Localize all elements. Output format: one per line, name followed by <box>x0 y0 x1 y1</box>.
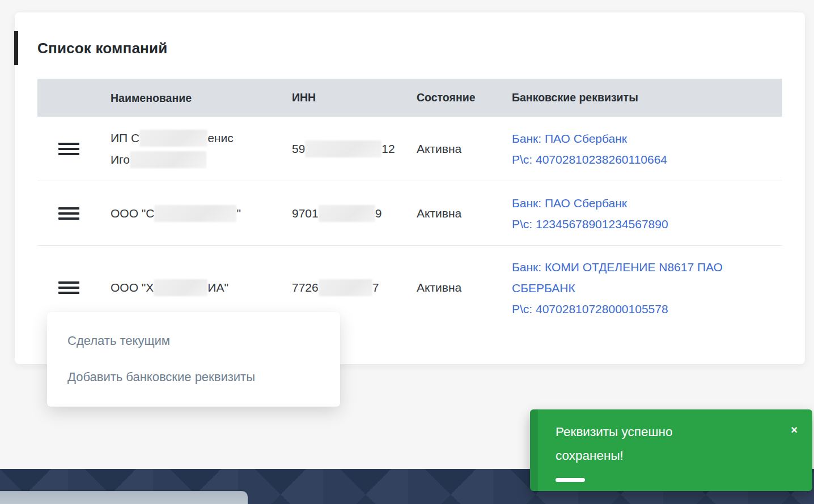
toast-message: Реквизиты успешно сохранены! <box>556 420 743 468</box>
redacted-text <box>305 140 381 157</box>
redacted-text <box>319 205 375 222</box>
company-bank-details[interactable]: Банк: ПАО Сбербанк Р\с: 4070281023826011… <box>512 128 782 170</box>
bottom-card-edge <box>0 491 248 504</box>
table-header-bank: Банковские реквизиты <box>512 91 782 104</box>
success-toast: Реквизиты успешно сохранены! × <box>530 409 812 491</box>
menu-item-add-bank-details[interactable]: Добавить банковские реквизиты <box>47 359 340 395</box>
redacted-text <box>154 205 236 222</box>
row-menu-icon[interactable] <box>58 207 79 220</box>
company-bank-details[interactable]: Банк: КОМИ ОТДЕЛЕНИЕ N8617 ПАО СБЕРБАНК … <box>512 257 782 319</box>
redacted-text <box>154 279 207 296</box>
companies-table: Наименование ИНН Состояние Банковские ре… <box>37 79 782 330</box>
table-header-inn: ИНН <box>292 91 417 104</box>
redacted-text <box>130 151 206 168</box>
company-status: Активна <box>417 281 512 294</box>
row-menu-icon[interactable] <box>58 143 79 155</box>
company-name: ИП Сенис Иго <box>111 127 292 170</box>
row-context-menu: Сделать текущим Добавить банковские рекв… <box>47 312 340 407</box>
company-inn: 97019 <box>292 205 417 222</box>
company-bank-details[interactable]: Банк: ПАО Сбербанк Р\с: 1234567890123456… <box>512 193 782 234</box>
redacted-text <box>139 130 207 147</box>
table-header-status: Состояние <box>417 91 512 104</box>
table-row: ИП Сенис Иго 5912 Активна Банк: ПАО Сбер… <box>37 117 782 181</box>
menu-item-make-current[interactable]: Сделать текущим <box>47 323 340 359</box>
toast-progress-bar <box>556 478 585 482</box>
companies-card: Список компаний Наименование ИНН Состоян… <box>15 12 805 364</box>
title-accent-bar <box>14 31 18 65</box>
company-name: ООО "ХИА" <box>111 277 292 298</box>
redacted-text <box>319 279 372 296</box>
page-title: Список компаний <box>37 40 167 57</box>
table-row: ООО "С" 97019 Активна Банк: ПАО Сбербанк… <box>37 181 782 246</box>
company-status: Активна <box>417 207 512 220</box>
close-icon[interactable]: × <box>791 424 798 435</box>
company-inn: 77267 <box>292 279 417 296</box>
company-inn: 5912 <box>292 140 417 157</box>
table-header-name: Наименование <box>111 87 292 109</box>
company-status: Активна <box>417 142 512 156</box>
table-header-row: Наименование ИНН Состояние Банковские ре… <box>37 79 782 117</box>
company-name: ООО "С" <box>111 203 292 224</box>
row-menu-icon[interactable] <box>58 281 79 294</box>
